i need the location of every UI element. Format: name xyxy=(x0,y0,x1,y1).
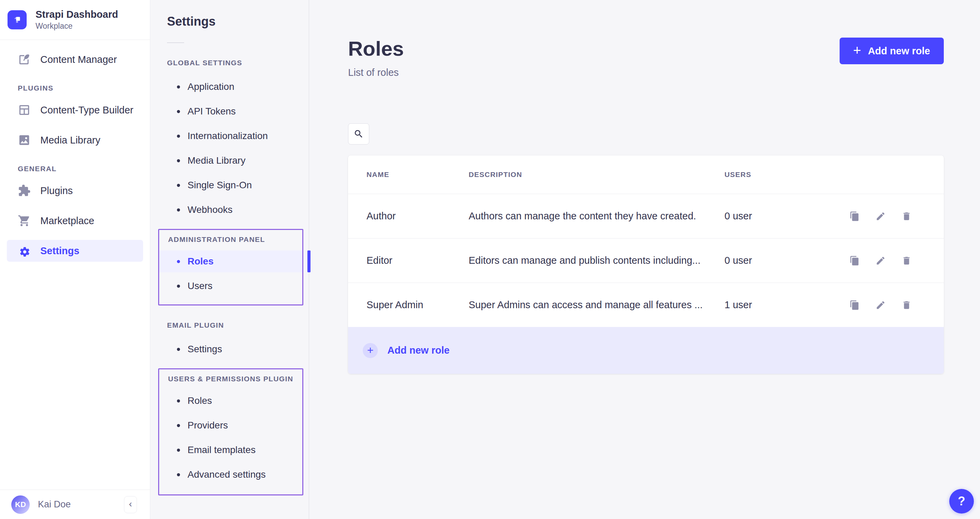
sidebar-section-general: GENERAL xyxy=(18,165,143,173)
role-name: Author xyxy=(366,210,469,222)
sidebar-item-plugins[interactable]: Plugins xyxy=(7,180,143,202)
edit-pencil-icon[interactable] xyxy=(875,211,886,221)
avatar[interactable]: KD xyxy=(11,495,30,514)
marketplace-icon xyxy=(18,214,31,227)
subnav-item-up-roles[interactable]: Roles xyxy=(159,390,302,412)
column-header-description: DESCRIPTION xyxy=(469,170,724,179)
role-users: 0 user xyxy=(724,255,837,266)
table-row[interactable]: Editor Editors can manage and publish co… xyxy=(348,238,944,283)
bullet-icon xyxy=(177,85,180,89)
plus-icon: + xyxy=(853,43,861,57)
footer-add-label: Add new role xyxy=(387,345,450,356)
sidebar-item-content-type-builder[interactable]: Content-Type Builder xyxy=(7,99,143,121)
add-new-role-button[interactable]: + Add new role xyxy=(840,38,944,64)
sidebar-item-content-manager[interactable]: Content Manager xyxy=(7,49,143,70)
workspace-brand[interactable]: Strapi Dashboard Workplace xyxy=(0,0,150,40)
sidebar-section-plugins: PLUGINS xyxy=(18,84,143,92)
subnav-section-label: EMAIL PLUGIN xyxy=(167,321,309,330)
subnav-item-single-sign-on[interactable]: Single Sign-On xyxy=(150,174,309,196)
role-description: Editors can manage and publish contents … xyxy=(469,255,724,266)
subnav-item-up-email-templates[interactable]: Email templates xyxy=(159,439,302,461)
subnav-item-label: Roles xyxy=(188,256,213,267)
sidebar-item-label: Content Manager xyxy=(40,54,117,65)
subnav-item-email-settings[interactable]: Settings xyxy=(150,338,309,360)
brand-meta: Strapi Dashboard Workplace xyxy=(35,9,118,31)
delete-trash-icon[interactable] xyxy=(901,256,912,266)
page-title: Roles xyxy=(348,38,404,60)
settings-subnav: Settings GLOBAL SETTINGS Application API… xyxy=(150,0,309,519)
bullet-icon xyxy=(177,159,180,162)
subnav-item-up-advanced-settings[interactable]: Advanced settings xyxy=(159,464,302,486)
column-header-name: NAME xyxy=(366,170,469,179)
subnav-item-webhooks[interactable]: Webhooks xyxy=(150,199,309,221)
delete-trash-icon[interactable] xyxy=(901,211,912,221)
user-row: KD Kai Doe ‹ xyxy=(0,490,150,519)
subnav-item-label: Settings xyxy=(188,344,222,355)
edit-pencil-icon[interactable] xyxy=(875,300,886,310)
collapse-sidebar-button[interactable]: ‹ xyxy=(124,496,137,513)
delete-trash-icon[interactable] xyxy=(901,300,912,310)
help-button[interactable]: ? xyxy=(949,489,974,514)
subnav-item-label: Application xyxy=(188,81,234,92)
table-row[interactable]: Super Admin Super Admins can access and … xyxy=(348,283,944,327)
bullet-icon xyxy=(177,135,180,138)
subnav-section-label: ADMINISTRATION PANEL xyxy=(168,236,302,244)
sidebar-item-label: Plugins xyxy=(40,185,73,196)
subnav-section-global-settings: GLOBAL SETTINGS Application API Tokens I… xyxy=(150,59,309,221)
subnav-item-up-providers[interactable]: Providers xyxy=(159,414,302,436)
subnav-section-label: USERS & PERMISSIONS PLUGIN xyxy=(168,375,302,383)
strapi-logo-icon xyxy=(8,10,27,29)
edit-pencil-icon[interactable] xyxy=(875,256,886,266)
sidebar-item-marketplace[interactable]: Marketplace xyxy=(7,210,143,232)
duplicate-icon[interactable] xyxy=(850,300,860,310)
subnav-item-admin-roles[interactable]: Roles xyxy=(159,250,302,272)
subnav-item-label: API Tokens xyxy=(188,106,236,117)
sidebar-item-label: Settings xyxy=(40,245,79,256)
row-actions xyxy=(850,256,925,266)
subnav-item-label: Users xyxy=(188,280,212,291)
subnav-title: Settings xyxy=(167,14,309,29)
chevron-left-icon: ‹ xyxy=(129,499,132,509)
subnav-item-application[interactable]: Application xyxy=(150,76,309,98)
subnav-item-label: Single Sign-On xyxy=(188,180,252,191)
sidebar-item-label: Marketplace xyxy=(40,215,94,226)
main-content: Roles List of roles + Add new role NAME … xyxy=(309,0,980,519)
bullet-icon xyxy=(177,209,180,212)
bullet-icon xyxy=(177,424,180,427)
subnav-item-admin-users[interactable]: Users xyxy=(159,275,302,297)
media-library-icon xyxy=(18,134,31,146)
bullet-icon xyxy=(177,184,180,187)
role-name: Editor xyxy=(366,255,469,266)
search-button[interactable] xyxy=(348,123,369,145)
duplicate-icon[interactable] xyxy=(850,256,860,266)
role-description: Authors can manage the content they have… xyxy=(469,210,724,222)
subnav-section-label: GLOBAL SETTINGS xyxy=(167,59,309,67)
main-sidebar: Strapi Dashboard Workplace Content Manag… xyxy=(0,0,150,519)
sidebar-item-settings[interactable]: Settings xyxy=(7,240,143,262)
bullet-icon xyxy=(177,449,180,452)
subnav-item-api-tokens[interactable]: API Tokens xyxy=(150,100,309,122)
user-name: Kai Doe xyxy=(38,499,71,510)
subnav-item-internationalization[interactable]: Internationalization xyxy=(150,125,309,147)
table-row[interactable]: Author Authors can manage the content th… xyxy=(348,194,944,238)
duplicate-icon[interactable] xyxy=(850,211,860,221)
column-header-users: USERS xyxy=(724,170,837,179)
settings-gear-icon xyxy=(18,244,31,257)
workspace-name: Workplace xyxy=(35,22,118,31)
add-new-role-footer-button[interactable]: + Add new role xyxy=(348,327,944,374)
sidebar-item-media-library[interactable]: Media Library xyxy=(7,129,143,151)
subnav-item-label: Advanced settings xyxy=(188,469,266,480)
subnav-item-label: Providers xyxy=(188,420,228,431)
add-new-role-label: Add new role xyxy=(868,45,930,57)
plus-circle-icon: + xyxy=(363,343,378,358)
role-description: Super Admins can access and manage all f… xyxy=(469,299,724,310)
subnav-item-label: Webhooks xyxy=(188,204,232,215)
row-actions xyxy=(850,300,925,310)
subnav-item-media-library[interactable]: Media Library xyxy=(150,150,309,172)
page-header: Roles List of roles + Add new role xyxy=(348,38,944,78)
subnav-item-label: Internationalization xyxy=(188,131,268,142)
subnav-item-label: Roles xyxy=(188,395,212,406)
role-users: 0 user xyxy=(724,210,837,222)
app-window: Strapi Dashboard Workplace Content Manag… xyxy=(0,0,980,519)
search-icon xyxy=(353,129,364,139)
